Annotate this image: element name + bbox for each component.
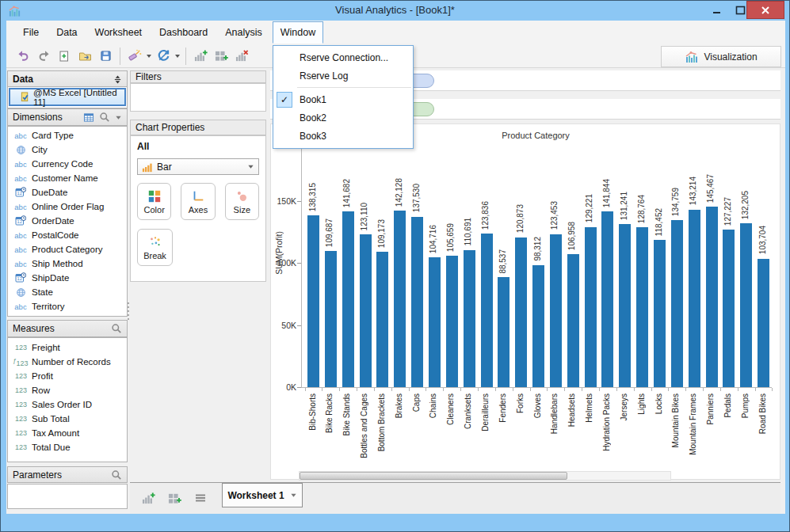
search-icon[interactable] xyxy=(111,469,122,481)
dimension-item[interactable]: abcProduct Category xyxy=(8,242,127,256)
chart-bar[interactable] xyxy=(585,227,597,387)
measure-item[interactable]: ƒ123Number of Records xyxy=(8,355,127,369)
list-icon[interactable] xyxy=(191,488,210,507)
chart-bar[interactable] xyxy=(376,252,388,387)
color-button[interactable]: Color xyxy=(137,183,171,220)
undo-icon[interactable] xyxy=(13,47,32,66)
redo-icon[interactable] xyxy=(34,47,53,66)
x-axis-label: Road Bikes xyxy=(758,393,767,434)
measure-item[interactable]: 123Row xyxy=(8,383,127,397)
dimension-item[interactable]: abcCard Type xyxy=(8,128,127,142)
chart-bar[interactable] xyxy=(706,207,718,387)
chart-bar[interactable] xyxy=(689,210,700,387)
open-folder-icon[interactable] xyxy=(75,47,94,66)
data-sort-icon[interactable] xyxy=(113,75,122,84)
chart-bar[interactable] xyxy=(498,277,509,387)
add-visualization-icon[interactable] xyxy=(139,488,158,507)
chart-bar[interactable] xyxy=(601,211,613,387)
size-button[interactable]: Size xyxy=(225,183,259,220)
dimension-item[interactable]: abcOnline Order Flag xyxy=(8,200,127,214)
measure-item-label: Freight xyxy=(32,343,60,352)
x-axis-tick xyxy=(599,388,600,391)
chart-bar[interactable] xyxy=(411,217,423,387)
chevron-down-icon[interactable] xyxy=(115,114,122,121)
chart-bar[interactable] xyxy=(758,259,769,387)
remove-visualization-icon[interactable] xyxy=(232,47,251,66)
data-source-item[interactable]: @MS Excel [Untitled 11] xyxy=(9,88,126,106)
refresh-icon[interactable] xyxy=(154,47,173,66)
measure-item[interactable]: 123Sub Total xyxy=(8,412,127,426)
format-painter-icon[interactable] xyxy=(125,47,144,66)
search-icon[interactable] xyxy=(99,112,110,123)
chart-bar[interactable] xyxy=(567,254,579,387)
h-scrollbar-thumb[interactable] xyxy=(300,472,567,480)
menu-file[interactable]: File xyxy=(16,21,46,44)
minimize-button[interactable] xyxy=(708,1,726,19)
chevron-down-icon[interactable] xyxy=(290,492,297,499)
visualization-tab[interactable]: Visualization xyxy=(661,46,781,67)
dimension-item[interactable]: 12OrderDate xyxy=(8,214,127,228)
chart-bar[interactable] xyxy=(515,238,527,387)
dimension-item[interactable]: abcPostalCode xyxy=(8,228,127,242)
menu-analysis[interactable]: Analysis xyxy=(218,21,269,44)
dimension-item[interactable]: abcShip Method xyxy=(8,256,127,271)
dimension-item[interactable]: abcCustomer Name xyxy=(8,171,127,185)
chart-bar[interactable] xyxy=(464,250,475,387)
worksheet-tab[interactable]: Worksheet 1 xyxy=(222,483,303,507)
measure-item[interactable]: 123Profit xyxy=(8,369,127,383)
search-icon[interactable] xyxy=(111,323,122,334)
chart-bar[interactable] xyxy=(325,251,337,387)
window-menu-item-book1[interactable]: ✓Book1 xyxy=(273,90,413,108)
add-dashboard-icon[interactable] xyxy=(165,488,184,507)
chart-bar[interactable] xyxy=(342,211,354,387)
close-button[interactable] xyxy=(746,1,784,19)
x-axis-label: Bottles and Cages xyxy=(360,393,368,458)
chart-bar[interactable] xyxy=(636,227,648,387)
measure-item[interactable]: 123Sales Order ID xyxy=(8,397,127,412)
chart-bar[interactable] xyxy=(307,215,319,387)
menu-worksheet[interactable]: Worksheet xyxy=(88,21,150,44)
h-scrollbar-track[interactable] xyxy=(299,471,671,481)
chart-bar[interactable] xyxy=(550,234,562,387)
dimension-item[interactable]: 12ShipDate xyxy=(8,271,127,285)
measure-item[interactable]: 123Tax Amount xyxy=(8,426,127,440)
add-visualization-icon[interactable] xyxy=(191,47,210,66)
menu-dashboard[interactable]: Dashboard xyxy=(152,21,215,44)
chart-bar[interactable] xyxy=(446,256,458,387)
dimension-item[interactable]: City xyxy=(8,142,127,157)
dropdown-arrow-icon[interactable] xyxy=(174,47,181,66)
menu-window[interactable]: Window xyxy=(273,21,323,44)
chart-bar[interactable] xyxy=(429,257,441,387)
window-menu-item-book2[interactable]: Book2 xyxy=(273,108,413,127)
break-button[interactable]: Break xyxy=(137,229,173,266)
measure-item-label: Row xyxy=(32,386,50,395)
chart-bar[interactable] xyxy=(481,234,493,387)
dimension-item[interactable]: State xyxy=(8,285,127,299)
window-menu-item-rserve-connection-[interactable]: Rserve Connection... xyxy=(273,48,413,66)
dimension-item-label: State xyxy=(32,287,53,297)
save-icon[interactable] xyxy=(96,47,115,66)
window-menu-item-book3[interactable]: Book3 xyxy=(273,127,413,145)
chart-type-select[interactable]: Bar xyxy=(137,158,259,175)
chart-type-value: Bar xyxy=(157,162,172,173)
chart-bar[interactable] xyxy=(360,234,372,387)
table-icon[interactable] xyxy=(83,112,94,123)
window-menu-item-rserve-log[interactable]: Rserve Log xyxy=(273,66,413,85)
chart-bar[interactable] xyxy=(654,240,666,387)
menu-data[interactable]: Data xyxy=(49,21,84,44)
chart-bar[interactable] xyxy=(671,220,683,387)
dropdown-arrow-icon[interactable] xyxy=(145,47,153,66)
measure-item[interactable]: 123Total Due xyxy=(8,440,127,454)
add-dashboard-icon[interactable] xyxy=(212,47,231,66)
chart-bar[interactable] xyxy=(740,223,752,387)
new-page-icon[interactable] xyxy=(55,47,74,66)
chart-bar[interactable] xyxy=(723,230,735,387)
measure-item[interactable]: 123Freight xyxy=(8,340,127,355)
dimension-item[interactable]: abcCurrency Code xyxy=(8,157,127,171)
chart-bar[interactable] xyxy=(619,224,631,387)
chart-bar[interactable] xyxy=(394,211,406,387)
axes-button[interactable]: Axes xyxy=(181,183,215,220)
dimension-item[interactable]: abcTerritory xyxy=(8,299,127,314)
chart-bar[interactable] xyxy=(532,265,544,387)
dimension-item[interactable]: 12DueDate xyxy=(8,185,127,200)
